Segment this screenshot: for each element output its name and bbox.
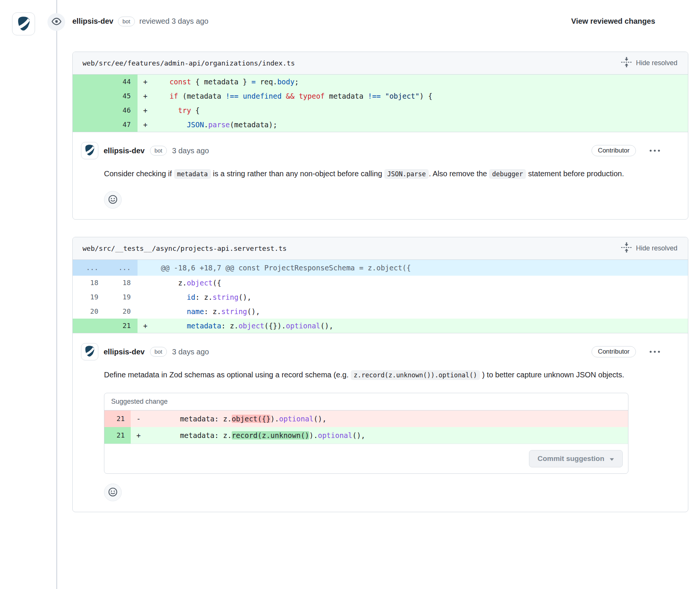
line-number-new[interactable]: 45 [105,89,138,103]
diff-sign-marker [138,290,155,304]
code-line: @@ -18,6 +18,7 @@ const ProjectResponseS… [155,260,688,276]
review-comment: ellipsis-dev bot 3 days ago Contributor … [73,132,688,219]
line-number-old[interactable] [73,117,105,132]
code-line: metadata: z.record(z.unknown()).optional… [148,427,628,444]
ellipsis-logo-icon [83,143,96,158]
hide-resolved-label: Hide resolved [636,244,677,252]
line-number-old[interactable]: 18 [73,276,105,290]
kebab-menu-button[interactable] [647,348,663,355]
line-number-new[interactable]: 19 [105,290,138,304]
comment-author-name[interactable]: ellipsis-dev [104,348,145,356]
inline-code: z.record(z.unknown()).optional() [351,370,480,380]
file-path[interactable]: web/src/ee/features/admin-api/organizati… [83,59,295,67]
line-number-new[interactable]: 20 [105,304,138,319]
code-line: name: z.string(), [155,304,688,319]
bot-badge: bot [118,17,135,26]
hide-resolved-label: Hide resolved [636,59,677,67]
ellipsis-logo-icon [83,345,96,359]
diff-table: ......@@ -18,6 +18,7 @@ const ProjectRes… [73,260,688,333]
code-line: const { metadata } = req.body; [155,75,688,89]
diff-row: 45+ if (metadata !== undefined && typeof… [73,89,688,103]
line-number-new[interactable]: 46 [105,103,138,117]
ellipsis-logo-icon [15,15,32,33]
line-number-old[interactable] [73,89,105,103]
kebab-icon [649,350,661,354]
bot-badge: bot [150,146,167,156]
hide-resolved-button[interactable]: Hide resolved [621,242,677,255]
diff-row: 47+ JSON.parse(metadata); [73,117,688,132]
file-header: web/src/ee/features/admin-api/organizati… [73,52,688,75]
suggested-change-block: Suggested change 21- metadata: z.object(… [104,393,628,474]
line-number-new[interactable]: 47 [105,117,138,132]
line-number-old[interactable] [73,319,105,333]
line-number-new[interactable]: 21 [104,410,131,427]
code-line: JSON.parse(metadata); [155,117,688,132]
dropdown-caret-icon [610,455,614,463]
reviewer-avatar[interactable] [12,12,35,35]
code-line: id: z.string(), [155,290,688,304]
diff-sign-marker: + [138,117,155,132]
bot-badge: bot [150,347,167,357]
diff-sign-marker: + [138,89,155,103]
review-comment: ellipsis-dev bot 3 days ago Contributor … [73,333,688,512]
code-line: if (metadata !== undefined && typeof met… [155,89,688,103]
line-number-new[interactable]: 21 [104,427,131,444]
line-number-new[interactable]: 18 [105,276,138,290]
diff-row: 1818 z.object({ [73,276,688,290]
commit-suggestion-button[interactable]: Commit suggestion [529,450,623,467]
kebab-icon [649,149,661,153]
comment-author-avatar[interactable] [81,142,98,159]
kebab-menu-button[interactable] [647,147,663,154]
review-thread-card-2: web/src/__tests__/async/projects-api.ser… [72,237,688,512]
code-line: metadata: z.object({}).optional(), [155,319,688,333]
emoji-reaction-button[interactable] [104,191,122,209]
hide-resolved-button[interactable]: Hide resolved [621,56,677,70]
emoji-reaction-button[interactable] [104,484,122,501]
contributor-badge: Contributor [591,145,636,156]
file-path[interactable]: web/src/__tests__/async/projects-api.ser… [83,244,287,252]
review-eye-badge [47,13,65,31]
inline-code: JSON.parse [384,169,429,179]
comment-author-name[interactable]: ellipsis-dev [104,146,145,155]
fold-icon [621,242,632,255]
smiley-icon [108,194,118,206]
hunk-row: ......@@ -18,6 +18,7 @@ const ProjectRes… [73,260,688,276]
review-thread-card-1: web/src/ee/features/admin-api/organizati… [72,52,688,220]
smiley-icon [108,487,118,498]
commit-suggestion-label: Commit suggestion [538,455,604,463]
diff-row: 2020 name: z.string(), [73,304,688,319]
diff-sign-marker: + [131,427,148,444]
diff-row: 21+ metadata: z.record(z.unknown()).opti… [104,427,628,444]
comment-header: ellipsis-dev bot 3 days ago Contributor [81,142,667,159]
fold-icon [621,56,632,70]
code-line: z.object({ [155,276,688,290]
inline-code: debugger [489,169,526,179]
diff-row: 46+ try { [73,103,688,117]
diff-table: 44+ const { metadata } = req.body;45+ if… [73,75,688,132]
comment-timestamp[interactable]: 3 days ago [172,348,209,356]
line-number-old[interactable] [73,75,105,89]
suggested-change-label: Suggested change [104,393,628,410]
view-reviewed-changes-link[interactable]: View reviewed changes [571,17,655,26]
diff-row: 21- metadata: z.object({}).optional(), [104,410,628,427]
reviewer-name[interactable]: ellipsis-dev [72,17,113,26]
diff-row: 1919 id: z.string(), [73,290,688,304]
contributor-badge: Contributor [591,346,636,357]
line-number-old[interactable]: 19 [73,290,105,304]
inline-code: metadata [174,169,211,179]
review-action-text: reviewed 3 days ago [139,17,208,26]
line-number-old[interactable]: 20 [73,304,105,319]
suggestion-diff: 21- metadata: z.object({}).optional(),21… [104,410,628,444]
diff-sign-marker [138,276,155,290]
comment-timestamp[interactable]: 3 days ago [172,146,209,155]
line-number-old[interactable] [73,103,105,117]
comment-author-avatar[interactable] [81,343,98,360]
line-number-new[interactable]: 21 [105,319,138,333]
line-number-new: ... [105,260,138,276]
diff-sign-marker: + [138,75,155,89]
diff-sign-marker [138,260,155,276]
diff-row: 44+ const { metadata } = req.body; [73,75,688,89]
code-line: try { [155,103,688,117]
line-number-new[interactable]: 44 [105,75,138,89]
eye-icon [52,17,61,28]
